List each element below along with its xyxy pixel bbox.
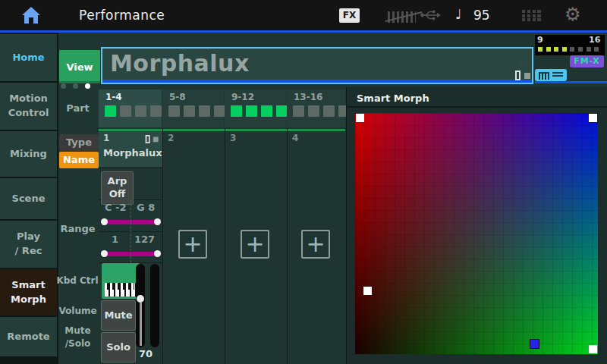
status-slot [538, 47, 543, 52]
kbd-ctrl-label: Kbd Ctrl [55, 275, 100, 287]
name-toggle-button[interactable]: Name [59, 152, 99, 168]
part-4-number: 4 [292, 133, 298, 143]
add-part-4-button[interactable]: + [301, 230, 330, 259]
performance-name: Morphalux [110, 50, 250, 77]
part-slot [308, 105, 319, 117]
local-control-off-icon [388, 11, 416, 23]
sidebar-item-play-rec[interactable]: Play / Rec [0, 221, 57, 268]
volume-slider-thumb[interactable] [137, 295, 144, 303]
part-slot [135, 105, 146, 117]
page-dot-active [85, 83, 90, 89]
part-slot [199, 105, 210, 117]
morph-marker-white[interactable] [363, 287, 372, 295]
part-slot [168, 105, 180, 117]
part-slot [105, 105, 116, 117]
smart-morph-separator [346, 106, 607, 108]
sidebar-item-motion-control[interactable]: Motion Control [0, 83, 57, 130]
part-slot [261, 105, 272, 117]
view-button[interactable]: View [59, 50, 100, 83]
part-1-name: Morphalux [103, 147, 162, 158]
status-slot [554, 47, 558, 52]
engine-type-badge: FM-X [570, 55, 604, 67]
page-dots [61, 83, 90, 89]
part-slot [150, 105, 162, 117]
tempo-note-icon: ♩ [455, 6, 462, 22]
home-icon[interactable] [21, 6, 41, 24]
part-1-bank-flag-icon [146, 135, 160, 143]
smart-morph-title: Smart Morph [357, 93, 429, 104]
page-dot [61, 83, 66, 89]
sidebar-item-mixing[interactable]: Mixing [0, 131, 57, 177]
part-slot [246, 105, 257, 117]
morph-marker-white[interactable] [589, 345, 597, 353]
range-divider [131, 200, 131, 262]
part-slot [120, 105, 131, 117]
part-group-tab-5-8[interactable]: 5-8 [162, 89, 224, 127]
range-label: Range [57, 222, 99, 236]
favorite-star-icon[interactable]: ★ [516, 53, 530, 71]
sidebar-item-smart-morph[interactable]: Smart Morph [0, 269, 57, 315]
part-slot [214, 105, 225, 117]
mute-button[interactable]: Mute [101, 300, 136, 331]
quick-setup-grid-icon[interactable] [522, 10, 543, 22]
velocity-range-high: 127 [134, 234, 155, 245]
part-group-tab-1-4[interactable]: 1-4 [99, 89, 162, 127]
part-slot [184, 105, 195, 117]
solo-button[interactable]: Solo [101, 332, 136, 362]
piano-keys-icon [105, 283, 137, 297]
note-range-low: C -2 [105, 202, 127, 213]
status-slot [570, 47, 574, 52]
part-status-slots [538, 47, 599, 52]
status-slot [578, 47, 583, 52]
page-dot [73, 83, 78, 89]
part-slot [293, 105, 304, 117]
volume-label: Volume [57, 305, 99, 318]
sidebar-item-remote[interactable]: Remote [0, 317, 57, 356]
status-slot [587, 47, 591, 52]
morph-marker-white[interactable] [589, 114, 597, 122]
volume-value: 70 [134, 348, 157, 359]
part-slot [231, 105, 242, 117]
smart-morph-map[interactable] [355, 113, 598, 354]
morph-marker-white[interactable] [356, 114, 364, 122]
part-3-number: 3 [230, 133, 236, 143]
part-group-tab-13-16[interactable]: 13-16 [287, 89, 345, 127]
add-part-3-button[interactable]: + [241, 230, 269, 259]
fx-indicator[interactable]: FX [339, 8, 360, 23]
status-slot [594, 47, 599, 52]
mute-solo-label: Mute /Solo [57, 325, 99, 350]
status-slot [562, 47, 567, 52]
page-title: Performance [79, 8, 165, 23]
note-range-high: G 8 [137, 202, 155, 213]
tempo-value[interactable]: 95 [473, 8, 490, 23]
usb-icon [420, 8, 441, 25]
morph-marker-blue[interactable] [530, 339, 539, 349]
part-status-end: 16 [589, 35, 600, 45]
pan-slider[interactable] [150, 264, 159, 347]
status-slot [546, 47, 551, 52]
part-status-start: 9 [537, 35, 543, 45]
part-group-tab-9-12[interactable]: 9-12 [225, 89, 286, 127]
accent-line [535, 81, 607, 83]
part-slot [323, 105, 335, 117]
sidebar-item-scene[interactable]: Scene [0, 178, 57, 219]
performance-name-field[interactable]: Morphalux [101, 47, 533, 84]
volume-slider-fill [140, 303, 142, 346]
keyboard-view-button[interactable] [535, 69, 567, 81]
type-toggle-button[interactable]: Type [59, 134, 99, 151]
add-part-2-button[interactable]: + [178, 230, 207, 259]
velocity-range-low: 1 [112, 234, 118, 245]
part-1-number: 1 [103, 133, 109, 143]
sidebar-item-home[interactable]: Home [0, 34, 57, 81]
arp-on-off-button[interactable]: Arp Off [101, 171, 134, 205]
morph-map-grid [355, 113, 598, 354]
keyboard-view-icon [539, 72, 549, 80]
top-bar-accent-line [0, 30, 607, 33]
modx-performance-screen: Performance FX ♩ 95 ⚙ Home Motion Contro… [0, 0, 607, 364]
part-label: Part [57, 102, 99, 115]
part-2-number: 2 [168, 133, 174, 143]
gear-icon[interactable]: ⚙ [565, 4, 581, 25]
part-slot [276, 105, 288, 117]
bank-flag-icon [515, 71, 532, 80]
kbd-ctrl-button[interactable] [102, 263, 140, 299]
